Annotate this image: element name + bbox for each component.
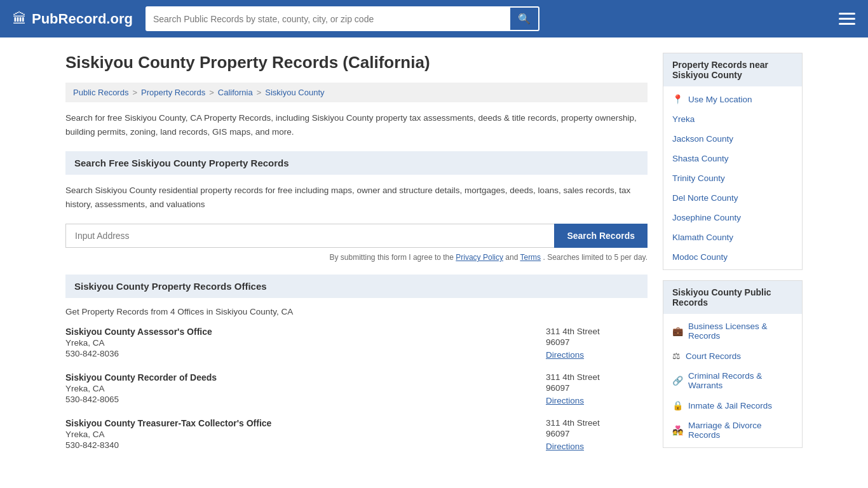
sidebar-link-inmate-records[interactable]: 🔒 Inmate & Jail Records bbox=[663, 395, 802, 416]
office-entry-recorder: Siskiyou County Recorder of Deeds Yreka,… bbox=[65, 372, 648, 405]
search-section-description: Search Siskiyou County residential prope… bbox=[65, 184, 648, 211]
sidebar-nearby-box: Property Records near Siskiyou County 📍 … bbox=[663, 53, 803, 270]
office-phone-assessor: 530-842-8036 bbox=[65, 349, 533, 358]
form-disclaimer: By submitting this form I agree to the P… bbox=[65, 253, 648, 262]
sidebar-nearby-title: Property Records near Siskiyou County bbox=[663, 53, 802, 86]
office-zip-treasurer: 96097 bbox=[546, 429, 648, 438]
hamburger-line-3 bbox=[839, 23, 855, 25]
page-title: Siskiyou County Property Records (Califo… bbox=[65, 53, 648, 72]
office-entry-assessor: Siskiyou County Assessor's Office Yreka,… bbox=[65, 327, 648, 360]
address-search-form: Search Records bbox=[65, 224, 648, 248]
office-address-assessor: 311 4th Street bbox=[546, 327, 648, 336]
site-logo[interactable]: 🏛 PubRecord.org bbox=[13, 11, 133, 27]
sidebar-link-court-records[interactable]: ⚖ Court Records bbox=[663, 346, 802, 366]
scales-icon: ⚖ bbox=[672, 351, 681, 361]
page-description: Search for free Siskiyou County, CA Prop… bbox=[65, 111, 648, 139]
sidebar-label-criminal: Criminal Records & Warrants bbox=[688, 371, 793, 390]
breadcrumb-sep-3: > bbox=[257, 88, 262, 97]
office-city-assessor: Yreka, CA bbox=[65, 338, 533, 348]
sidebar-label-inmate: Inmate & Jail Records bbox=[688, 401, 772, 410]
sidebar-link-shasta-county[interactable]: Shasta County bbox=[663, 149, 802, 168]
office-right-treasurer: 311 4th Street 96097 Directions bbox=[546, 418, 648, 451]
sidebar-link-josephine-county[interactable]: Josephine County bbox=[663, 208, 802, 227]
breadcrumb-public-records[interactable]: Public Records bbox=[73, 88, 128, 97]
logo-text: PubRecord.org bbox=[32, 11, 133, 27]
privacy-policy-link[interactable]: Privacy Policy bbox=[456, 253, 503, 262]
office-zip-assessor: 96097 bbox=[546, 337, 648, 347]
directions-link-recorder[interactable]: Directions bbox=[546, 396, 584, 405]
sidebar-public-records-box: Siskiyou County Public Records 💼 Busines… bbox=[663, 280, 803, 448]
sidebar-public-records-title: Siskiyou County Public Records bbox=[663, 281, 802, 314]
office-right-recorder: 311 4th Street 96097 Directions bbox=[546, 372, 648, 405]
office-left-assessor: Siskiyou County Assessor's Office Yreka,… bbox=[65, 327, 533, 360]
office-zip-recorder: 96097 bbox=[546, 383, 648, 393]
sidebar-link-business-licenses[interactable]: 💼 Business Licenses & Records bbox=[663, 316, 802, 346]
office-address-recorder: 311 4th Street bbox=[546, 372, 648, 382]
sidebar-link-del-norte-county[interactable]: Del Norte County bbox=[663, 188, 802, 208]
office-name-treasurer: Siskiyou County Treasurer-Tax Collector'… bbox=[65, 418, 533, 428]
terms-link[interactable]: Terms bbox=[520, 253, 541, 262]
sidebar-nearby-body: 📍 Use My Location Yreka Jackson County S… bbox=[663, 86, 802, 269]
main-content: Siskiyou County Property Records (Califo… bbox=[65, 53, 648, 464]
disclaimer-text: By submitting this form I agree to the bbox=[330, 253, 456, 262]
office-city-recorder: Yreka, CA bbox=[65, 384, 533, 393]
office-city-treasurer: Yreka, CA bbox=[65, 430, 533, 439]
global-search-input[interactable] bbox=[146, 6, 509, 31]
lock-icon: 🔒 bbox=[672, 400, 683, 410]
sidebar-label-court: Court Records bbox=[686, 351, 741, 361]
directions-link-assessor[interactable]: Directions bbox=[546, 350, 584, 360]
office-phone-recorder: 530-842-8065 bbox=[65, 395, 533, 404]
office-phone-treasurer: 530-842-8340 bbox=[65, 440, 533, 450]
breadcrumb-sep-1: > bbox=[132, 88, 137, 97]
sidebar-link-criminal-records[interactable]: 🔗 Criminal Records & Warrants bbox=[663, 366, 802, 395]
breadcrumb-california[interactable]: California bbox=[218, 88, 253, 97]
hamburger-line-2 bbox=[839, 18, 855, 20]
sidebar-link-klamath-county[interactable]: Klamath County bbox=[663, 227, 802, 247]
sidebar-label-marriage: Marriage & Divorce Records bbox=[688, 421, 793, 440]
breadcrumb-sep-2: > bbox=[209, 88, 214, 97]
hamburger-line-1 bbox=[839, 13, 855, 15]
site-header: 🏛 PubRecord.org 🔍 bbox=[0, 0, 868, 37]
logo-icon: 🏛 bbox=[13, 11, 27, 27]
global-search-button[interactable]: 🔍 bbox=[509, 6, 539, 31]
global-search-wrap: 🔍 bbox=[146, 6, 539, 31]
link-icon: 🔗 bbox=[672, 376, 683, 386]
rings-icon: 💑 bbox=[672, 425, 683, 435]
breadcrumb-property-records[interactable]: Property Records bbox=[141, 88, 205, 97]
address-input[interactable] bbox=[65, 224, 554, 248]
sidebar-label-business: Business Licenses & Records bbox=[688, 322, 793, 341]
use-my-location-link[interactable]: 📍 Use My Location bbox=[663, 89, 802, 109]
search-section-header: Search Free Siskiyou County Property Rec… bbox=[65, 151, 648, 175]
office-address-treasurer: 311 4th Street bbox=[546, 418, 648, 428]
office-entry-treasurer: Siskiyou County Treasurer-Tax Collector'… bbox=[65, 418, 648, 451]
main-layout: Siskiyou County Property Records (Califo… bbox=[53, 37, 815, 479]
briefcase-icon: 💼 bbox=[672, 326, 683, 336]
sidebar-link-jackson-county[interactable]: Jackson County bbox=[663, 129, 802, 149]
office-left-treasurer: Siskiyou County Treasurer-Tax Collector'… bbox=[65, 418, 533, 451]
search-records-button[interactable]: Search Records bbox=[554, 224, 648, 248]
office-left-recorder: Siskiyou County Recorder of Deeds Yreka,… bbox=[65, 372, 533, 405]
breadcrumb-siskiyou-county[interactable]: Siskiyou County bbox=[265, 88, 324, 97]
office-name-assessor: Siskiyou County Assessor's Office bbox=[65, 327, 533, 337]
sidebar-link-modoc-county[interactable]: Modoc County bbox=[663, 247, 802, 267]
office-name-recorder: Siskiyou County Recorder of Deeds bbox=[65, 372, 533, 383]
breadcrumb: Public Records > Property Records > Cali… bbox=[65, 83, 648, 102]
sidebar-link-trinity-county[interactable]: Trinity County bbox=[663, 168, 802, 188]
hamburger-menu-button[interactable] bbox=[839, 13, 855, 25]
sidebar-link-yreka[interactable]: Yreka bbox=[663, 109, 802, 129]
use-location-label: Use My Location bbox=[688, 95, 752, 104]
office-right-assessor: 311 4th Street 96097 Directions bbox=[546, 327, 648, 360]
sidebar-public-records-body: 💼 Business Licenses & Records ⚖ Court Re… bbox=[663, 314, 802, 447]
sidebar: Property Records near Siskiyou County 📍 … bbox=[663, 53, 803, 464]
directions-link-treasurer[interactable]: Directions bbox=[546, 442, 584, 451]
offices-description: Get Property Records from 4 Offices in S… bbox=[65, 307, 648, 316]
sidebar-link-marriage-records[interactable]: 💑 Marriage & Divorce Records bbox=[663, 416, 802, 445]
offices-section-header: Siskiyou County Property Records Offices bbox=[65, 274, 648, 298]
disclaimer-and: and bbox=[505, 253, 520, 262]
location-pin-icon: 📍 bbox=[672, 94, 683, 104]
disclaimer-end: . Searches limited to 5 per day. bbox=[543, 253, 648, 262]
